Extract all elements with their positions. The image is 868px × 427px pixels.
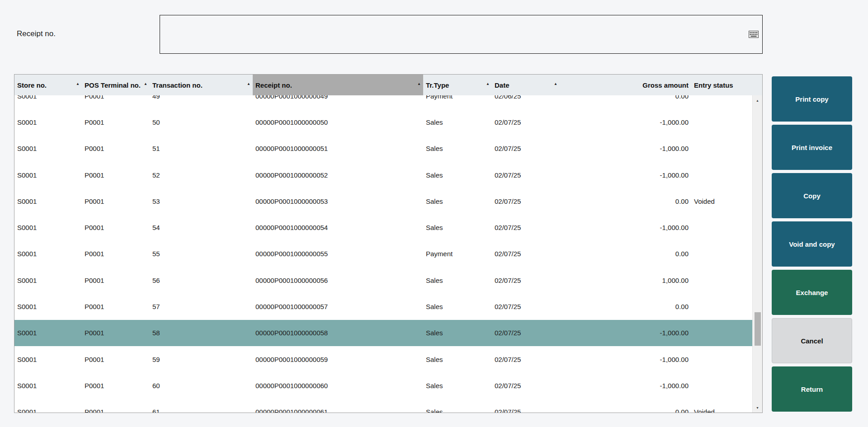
cell-date: 02/07/25: [492, 408, 560, 413]
cell-date: 02/07/25: [492, 250, 560, 258]
receipt-no-input[interactable]: [160, 15, 762, 53]
table-row[interactable]: S0001P00015400000P0001000000054Sales02/0…: [14, 214, 752, 240]
cell-receipt-no: 00000P0001000000049: [253, 95, 423, 100]
column-header[interactable]: Tr.Type ▲: [423, 75, 492, 95]
cell-pos-terminal-no: P0001: [82, 382, 150, 389]
column-header[interactable]: Gross amount: [560, 75, 691, 95]
cell-pos-terminal-no: P0001: [82, 277, 150, 284]
cell-date: 02/07/25: [492, 382, 560, 389]
scroll-down-icon[interactable]: ▼: [753, 403, 762, 413]
table-scrollbar[interactable]: ▲ ▼: [752, 95, 762, 413]
cell-entry-status: Voided: [691, 408, 752, 413]
cell-date: 02/06/25: [492, 95, 560, 100]
column-label: Store no.: [17, 81, 75, 89]
table-row[interactable]: S0001P00015000000P0001000000050Sales02/0…: [14, 109, 752, 135]
sort-asc-icon: ▲: [247, 82, 250, 86]
table-header: Store no. ▲ POS Terminal no. ▲ Transacti…: [14, 75, 762, 95]
cell-pos-terminal-no: P0001: [82, 303, 150, 310]
cell-store-no: S0001: [14, 118, 82, 126]
cell-store-no: S0001: [14, 303, 82, 310]
table-row[interactable]: S0001P00016100000P0001000000061Sales02/0…: [14, 399, 752, 413]
keyboard-icon[interactable]: [749, 31, 759, 38]
column-header[interactable]: Entry status: [691, 75, 752, 95]
cell-transaction-no: 59: [150, 356, 253, 363]
table-row[interactable]: S0001P00014900000P0001000000049Payment02…: [14, 95, 752, 109]
cell-tr-type: Payment: [423, 95, 492, 100]
scroll-up-icon[interactable]: ▲: [753, 95, 762, 105]
cell-store-no: S0001: [14, 329, 82, 337]
cell-date: 02/07/25: [492, 303, 560, 310]
cell-receipt-no: 00000P0001000000052: [253, 171, 423, 179]
column-header[interactable]: Date ▲: [492, 75, 560, 95]
return-button[interactable]: Return: [772, 366, 852, 412]
cell-gross-amount: 0.00: [560, 197, 691, 205]
cell-tr-type: Sales: [423, 118, 492, 126]
cell-gross-amount: -1,000.00: [560, 171, 691, 179]
sort-asc-icon: ▲: [554, 82, 557, 86]
column-header[interactable]: Transaction no. ▲: [150, 75, 253, 95]
cell-date: 02/07/25: [492, 145, 560, 152]
void-and-copy-button[interactable]: Void and copy: [772, 221, 852, 267]
cell-store-no: S0001: [14, 171, 82, 179]
cell-transaction-no: 52: [150, 171, 253, 179]
cell-entry-status: Voided: [691, 197, 752, 205]
cell-gross-amount: 1,000.00: [560, 277, 691, 284]
cell-transaction-no: 60: [150, 382, 253, 389]
table-row[interactable]: S0001P00015800000P0001000000058Sales02/0…: [14, 320, 752, 346]
cell-pos-terminal-no: P0001: [82, 356, 150, 363]
scrollbar-thumb[interactable]: [755, 312, 761, 346]
table-body-viewport: S0001P00014900000P0001000000049Payment02…: [14, 95, 762, 413]
cell-receipt-no: 00000P0001000000056: [253, 277, 423, 284]
table-body: S0001P00014900000P0001000000049Payment02…: [14, 95, 762, 413]
cell-transaction-no: 58: [150, 329, 253, 337]
table-row[interactable]: S0001P00015900000P0001000000059Sales02/0…: [14, 346, 752, 372]
cell-tr-type: Sales: [423, 382, 492, 389]
cell-transaction-no: 57: [150, 303, 253, 310]
print-invoice-button[interactable]: Print invoice: [772, 125, 852, 170]
cell-pos-terminal-no: P0001: [82, 171, 150, 179]
cell-receipt-no: 00000P0001000000058: [253, 329, 423, 337]
cell-gross-amount: -1,000.00: [560, 329, 691, 337]
table-row[interactable]: S0001P00015500000P0001000000055Payment02…: [14, 241, 752, 267]
table-row[interactable]: S0001P00015100000P0001000000051Sales02/0…: [14, 136, 752, 162]
column-label: Receipt no.: [255, 81, 416, 89]
copy-button[interactable]: Copy: [772, 173, 852, 218]
table-row[interactable]: S0001P00015300000P0001000000053Sales02/0…: [14, 188, 752, 214]
cell-pos-terminal-no: P0001: [82, 329, 150, 337]
transactions-table: Store no. ▲ POS Terminal no. ▲ Transacti…: [14, 74, 763, 413]
cell-tr-type: Sales: [423, 277, 492, 284]
cell-date: 02/07/25: [492, 277, 560, 284]
cell-gross-amount: -1,000.00: [560, 356, 691, 363]
exchange-button[interactable]: Exchange: [772, 270, 852, 315]
cell-receipt-no: 00000P0001000000060: [253, 382, 423, 389]
cell-tr-type: Sales: [423, 197, 492, 205]
cell-gross-amount: -1,000.00: [560, 118, 691, 126]
cell-date: 02/07/25: [492, 329, 560, 337]
cell-store-no: S0001: [14, 408, 82, 413]
column-header[interactable]: Store no. ▲: [14, 75, 82, 95]
column-header[interactable]: POS Terminal no. ▲: [82, 75, 150, 95]
column-header[interactable]: Receipt no. ▲: [253, 75, 423, 95]
cell-tr-type: Sales: [423, 356, 492, 363]
cell-transaction-no: 49: [150, 95, 253, 100]
cell-gross-amount: -1,000.00: [560, 224, 691, 231]
cancel-button[interactable]: Cancel: [772, 318, 852, 363]
cell-pos-terminal-no: P0001: [82, 118, 150, 126]
cell-receipt-no: 00000P0001000000053: [253, 197, 423, 205]
cell-transaction-no: 56: [150, 277, 253, 284]
cell-gross-amount: 0.00: [560, 95, 691, 100]
cell-receipt-no: 00000P0001000000061: [253, 408, 423, 413]
cell-tr-type: Sales: [423, 171, 492, 179]
cell-gross-amount: 0.00: [560, 408, 691, 413]
table-row[interactable]: S0001P00015600000P0001000000056Sales02/0…: [14, 267, 752, 293]
cell-date: 02/07/25: [492, 118, 560, 126]
table-row[interactable]: S0001P00016000000P0001000000060Sales02/0…: [14, 372, 752, 399]
cell-store-no: S0001: [14, 250, 82, 258]
cell-date: 02/07/25: [492, 197, 560, 205]
cell-tr-type: Sales: [423, 224, 492, 231]
table-row[interactable]: S0001P00015700000P0001000000057Sales02/0…: [14, 293, 752, 319]
cell-receipt-no: 00000P0001000000054: [253, 224, 423, 231]
print-copy-button[interactable]: Print copy: [772, 76, 852, 122]
cell-date: 02/07/25: [492, 224, 560, 231]
table-row[interactable]: S0001P00015200000P0001000000052Sales02/0…: [14, 162, 752, 188]
